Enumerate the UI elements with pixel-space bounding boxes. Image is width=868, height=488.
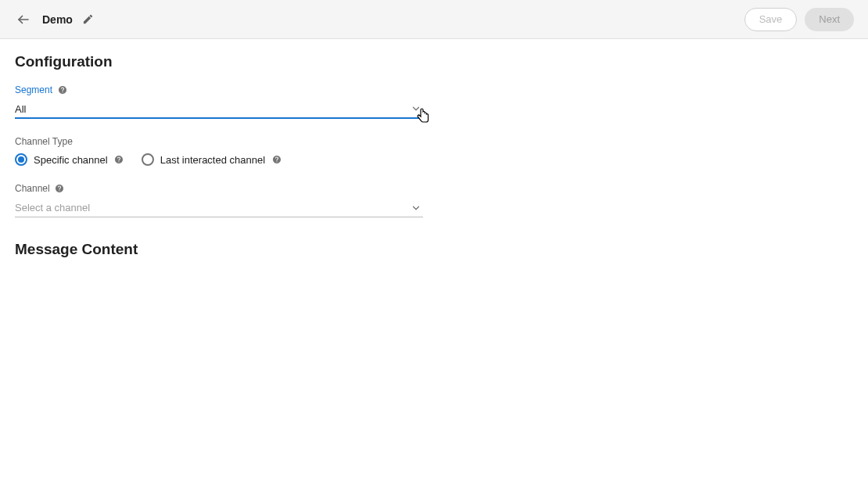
help-circle-icon bbox=[58, 85, 67, 95]
segment-value: All bbox=[15, 103, 26, 115]
channel-label: Channel bbox=[15, 183, 50, 194]
channel-field: Channel Select a channel bbox=[15, 183, 423, 217]
chevron-down-icon bbox=[411, 103, 421, 114]
message-content-heading: Message Content bbox=[15, 241, 853, 258]
channel-type-label: Channel Type bbox=[15, 136, 853, 147]
configuration-heading: Configuration bbox=[15, 53, 853, 70]
arrow-left-icon bbox=[16, 13, 30, 27]
content-area: Configuration Segment All Channel Type bbox=[0, 39, 868, 286]
specific-channel-help-icon[interactable] bbox=[114, 155, 124, 165]
channel-type-field: Channel Type Specific channel Last inter… bbox=[15, 136, 853, 166]
channel-chevron bbox=[409, 201, 423, 215]
back-button[interactable] bbox=[14, 10, 33, 29]
segment-label-row: Segment bbox=[15, 84, 423, 95]
channel-type-radio-group: Specific channel Last interacted channel bbox=[15, 153, 853, 166]
message-content-section: Message Content bbox=[15, 241, 853, 258]
last-interacted-help-icon[interactable] bbox=[271, 155, 282, 165]
channel-placeholder: Select a channel bbox=[15, 202, 90, 214]
radio-circle bbox=[142, 153, 154, 166]
next-button[interactable]: Next bbox=[805, 8, 854, 31]
page-title-wrap: Demo bbox=[42, 12, 96, 27]
chevron-down-icon bbox=[411, 203, 421, 214]
channel-select[interactable]: Select a channel bbox=[15, 199, 423, 217]
segment-label: Segment bbox=[15, 84, 52, 95]
radio-circle bbox=[15, 153, 27, 166]
save-button[interactable]: Save bbox=[744, 8, 798, 31]
radio-label-last-interacted: Last interacted channel bbox=[160, 154, 265, 166]
radio-label-specific: Specific channel bbox=[34, 154, 108, 166]
pencil-icon bbox=[82, 13, 94, 25]
header-right: Save Next bbox=[744, 8, 854, 31]
segment-field: Segment All bbox=[15, 84, 423, 119]
segment-chevron bbox=[409, 102, 423, 116]
radio-last-interacted[interactable]: Last interacted channel bbox=[142, 153, 282, 166]
top-header: Demo Save Next bbox=[0, 0, 868, 39]
segment-help-icon[interactable] bbox=[57, 85, 67, 95]
channel-label-row: Channel bbox=[15, 183, 423, 194]
help-circle-icon bbox=[272, 155, 282, 164]
help-circle-icon bbox=[114, 155, 124, 164]
page-title: Demo bbox=[42, 13, 73, 26]
radio-specific-channel[interactable]: Specific channel bbox=[15, 153, 124, 166]
radio-dot bbox=[18, 156, 24, 163]
header-left: Demo bbox=[14, 10, 96, 29]
help-circle-icon bbox=[55, 184, 64, 193]
segment-select[interactable]: All bbox=[15, 100, 423, 119]
edit-title-button[interactable] bbox=[81, 12, 96, 27]
channel-help-icon[interactable] bbox=[55, 184, 65, 194]
